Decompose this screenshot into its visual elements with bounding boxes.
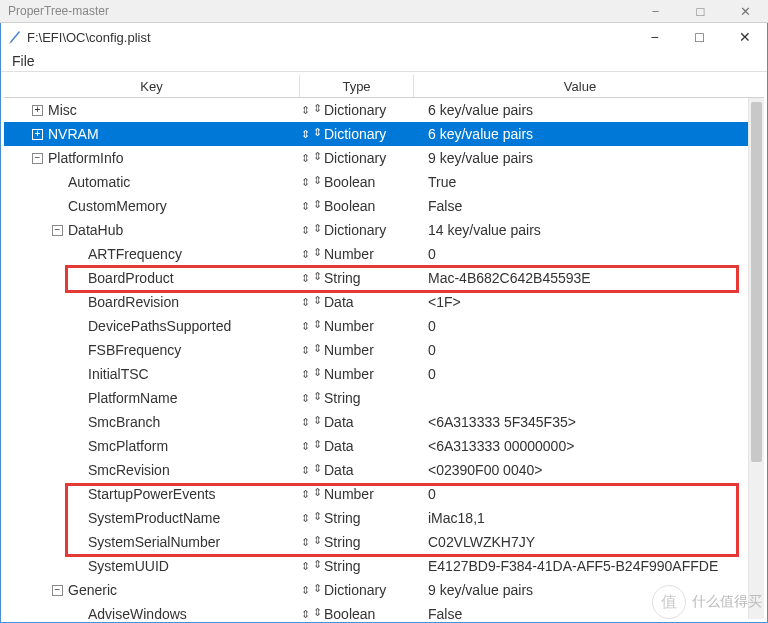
row-type[interactable]: ⇕Number — [310, 486, 424, 502]
row-key-label: PlatformInfo — [48, 150, 123, 166]
row-type[interactable]: ⇕Boolean — [310, 174, 424, 190]
tree-row-smcbranch[interactable]: SmcBranch⇕⇕Data<6A313333 5F345F35>≡ — [4, 410, 764, 434]
row-value[interactable]: 0 — [424, 246, 746, 262]
row-type[interactable]: ⇕Dictionary — [310, 102, 424, 118]
row-type[interactable]: ⇕Dictionary — [310, 126, 424, 142]
scroll-thumb[interactable] — [751, 102, 762, 462]
tree-row-advisewindows[interactable]: AdviseWindows⇕⇕BooleanFalse≡ — [4, 602, 764, 619]
tree-row-custommemory[interactable]: CustomMemory⇕⇕BooleanFalse≡ — [4, 194, 764, 218]
sort-icon: ⇕ — [312, 462, 322, 475]
tree-row-artfreq[interactable]: ARTFrequency⇕⇕Number0≡ — [4, 242, 764, 266]
sort-icon: ⇕ — [312, 558, 322, 571]
row-value[interactable]: 9 key/value pairs — [424, 150, 746, 166]
tree-row-automatic[interactable]: Automatic⇕⇕BooleanTrue≡ — [4, 170, 764, 194]
row-type[interactable]: ⇕Dictionary — [310, 222, 424, 238]
tree-row-initialtsc[interactable]: InitialTSC⇕⇕Number0≡ — [4, 362, 764, 386]
row-value[interactable]: <02390F00 0040> — [424, 462, 746, 478]
row-value[interactable]: <6A313333 5F345F35> — [424, 414, 746, 430]
outer-close-button[interactable]: ✕ — [723, 0, 768, 22]
row-value[interactable]: 0 — [424, 318, 746, 334]
row-type[interactable]: ⇕String — [310, 390, 424, 406]
app-minimize-button[interactable]: − — [632, 23, 677, 51]
row-type[interactable]: ⇕Number — [310, 342, 424, 358]
row-key-label: CustomMemory — [68, 198, 167, 214]
row-value[interactable]: 14 key/value pairs — [424, 222, 746, 238]
row-type[interactable]: ⇕Data — [310, 294, 424, 310]
tree-row-platformname[interactable]: PlatformName⇕⇕String≡ — [4, 386, 764, 410]
vertical-scrollbar[interactable] — [748, 98, 764, 619]
row-value[interactable]: 6 key/value pairs — [424, 102, 746, 118]
row-value[interactable]: True — [424, 174, 746, 190]
outer-maximize-button[interactable]: □ — [678, 0, 723, 22]
row-key-label: FSBFrequency — [88, 342, 181, 358]
app-close-button[interactable]: ✕ — [722, 23, 767, 51]
row-value[interactable]: C02VLWZKH7JY — [424, 534, 746, 550]
sort-icon: ⇕ — [300, 584, 310, 597]
app-maximize-button[interactable]: □ — [677, 23, 722, 51]
tree-row-fsbfreq[interactable]: FSBFrequency⇕⇕Number0≡ — [4, 338, 764, 362]
menu-file[interactable]: File — [8, 53, 39, 69]
tree-row-sysuuid[interactable]: SystemUUID⇕⇕StringE4127BD9-F384-41DA-AFF… — [4, 554, 764, 578]
sort-icon: ⇕ — [312, 414, 322, 427]
row-value[interactable]: 6 key/value pairs — [424, 126, 746, 142]
sort-icon: ⇕ — [300, 152, 310, 165]
row-value[interactable]: Mac-4B682C642B45593E — [424, 270, 746, 286]
row-value[interactable]: 0 — [424, 486, 746, 502]
row-type[interactable]: ⇕String — [310, 510, 424, 526]
row-value[interactable]: <1F> — [424, 294, 746, 310]
row-value[interactable]: iMac18,1 — [424, 510, 746, 526]
header-value[interactable]: Value — [414, 75, 746, 97]
row-type[interactable]: ⇕Number — [310, 318, 424, 334]
row-type[interactable]: ⇕Dictionary — [310, 582, 424, 598]
tree-row-misc[interactable]: +Misc⇕⇕Dictionary6 key/value pairs≡ — [4, 98, 764, 122]
header-key[interactable]: Key — [4, 75, 300, 97]
tree-row-dps[interactable]: DevicePathsSupported⇕⇕Number0≡ — [4, 314, 764, 338]
header-type[interactable]: Type — [300, 75, 414, 97]
sort-icon: ⇕ — [312, 582, 322, 595]
sort-icon: ⇕ — [300, 512, 310, 525]
row-type[interactable]: ⇕Number — [310, 246, 424, 262]
expand-icon[interactable]: + — [32, 105, 43, 116]
row-type[interactable]: ⇕Data — [310, 462, 424, 478]
row-value[interactable]: 0 — [424, 366, 746, 382]
row-type[interactable]: ⇕Dictionary — [310, 150, 424, 166]
row-type[interactable]: ⇕Data — [310, 438, 424, 454]
row-value[interactable]: E4127BD9-F384-41DA-AFF5-B24F990AFFDE — [424, 558, 746, 574]
toggle-placeholder — [72, 273, 83, 284]
tree-row-nvram[interactable]: +NVRAM⇕⇕Dictionary6 key/value pairs≡ — [4, 122, 764, 146]
row-type[interactable]: ⇕Boolean — [310, 606, 424, 619]
tree-row-platforminfo[interactable]: −PlatformInfo⇕⇕Dictionary9 key/value pai… — [4, 146, 764, 170]
row-type[interactable]: ⇕Boolean — [310, 198, 424, 214]
outer-minimize-button[interactable]: − — [633, 0, 678, 22]
toggle-placeholder — [72, 609, 83, 620]
collapse-icon[interactable]: − — [32, 153, 43, 164]
row-value[interactable]: 0 — [424, 342, 746, 358]
expand-icon[interactable]: + — [32, 129, 43, 140]
tree-row-smcplatform[interactable]: SmcPlatform⇕⇕Data<6A313333 00000000>≡ — [4, 434, 764, 458]
tree-row-boardrevision[interactable]: BoardRevision⇕⇕Data<1F>≡ — [4, 290, 764, 314]
app-titlebar[interactable]: F:\EFI\OC\config.plist − □ ✕ — [1, 23, 767, 51]
tree-row-boardproduct[interactable]: BoardProduct⇕⇕StringMac-4B682C642B45593E… — [4, 266, 764, 290]
tree-row-smcrevision[interactable]: SmcRevision⇕⇕Data<02390F00 0040>≡ — [4, 458, 764, 482]
row-type[interactable]: ⇕String — [310, 534, 424, 550]
tree-row-startuppower[interactable]: StartupPowerEvents⇕⇕Number0≡ — [4, 482, 764, 506]
collapse-icon[interactable]: − — [52, 225, 63, 236]
sort-icon: ⇕ — [312, 510, 322, 523]
row-value[interactable]: <6A313333 00000000> — [424, 438, 746, 454]
row-type[interactable]: ⇕Data — [310, 414, 424, 430]
outer-window-controls: − □ ✕ — [633, 0, 768, 22]
sort-icon: ⇕ — [300, 224, 310, 237]
row-type[interactable]: ⇕Number — [310, 366, 424, 382]
row-value[interactable]: False — [424, 198, 746, 214]
tree-row-generic[interactable]: −Generic⇕⇕Dictionary9 key/value pairs≡ — [4, 578, 764, 602]
tree-row-sysproductname[interactable]: SystemProductName⇕⇕StringiMac18,1≡ — [4, 506, 764, 530]
tree-row-sysserial[interactable]: SystemSerialNumber⇕⇕StringC02VLWZKH7JY≡ — [4, 530, 764, 554]
app-window-controls: − □ ✕ — [632, 23, 767, 51]
sort-icon: ⇕ — [312, 126, 322, 139]
row-type[interactable]: ⇕String — [310, 558, 424, 574]
collapse-icon[interactable]: − — [52, 585, 63, 596]
tree-row-datahub[interactable]: −DataHub⇕⇕Dictionary14 key/value pairs≡ — [4, 218, 764, 242]
sort-icon: ⇕ — [312, 246, 322, 259]
toggle-placeholder — [72, 369, 83, 380]
row-type[interactable]: ⇕String — [310, 270, 424, 286]
